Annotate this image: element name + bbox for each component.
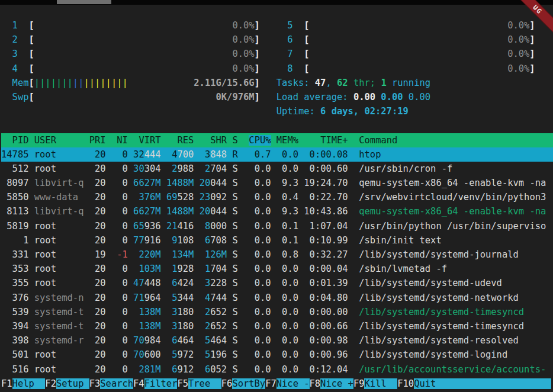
process-row[interactable]: 14785 root 20 0 32444 4700 3848 R 0.7 0.… [1,147,553,162]
cell-user: systemd-r [34,335,84,346]
uptime-label: Uptime: [276,106,320,117]
tasks-thread-count: 62 [337,78,348,88]
meter-open-bracket: [ [28,63,34,74]
cell-cpu-pct: 0.0 [249,192,271,203]
cpu-meter-value: 0.0% [232,20,254,31]
process-row[interactable]: 8113 libvirt-q 20 0 6627M 1488M 20044 S … [1,204,553,219]
cell-mem-pct: 0.1 [276,235,298,246]
cell-time: 0:12.04 [304,364,348,375]
process-row[interactable]: 539 systemd-t 20 0 138M 3180 2652 S 0.0 … [1,305,553,319]
process-row[interactable]: 355 root 20 0 47448 6424 3228 S 0.0 0.0 … [1,276,553,290]
tasks-running-count: 1 [381,78,386,88]
cell-pri: 19 [89,249,106,260]
column-header-user[interactable]: USER [34,135,84,146]
function-key-bar: F1Help F2Setup F3SearchF4FilterF5Tree F6… [1,377,553,391]
cpu-meter-row: 4 [ 0.0%] 8 [ 0.0%] [1,62,553,76]
fkey-tree-button[interactable]: Tree [188,378,221,389]
column-header-shr[interactable]: SHR [200,135,227,146]
cell-pid: 398 [1,335,28,346]
column-header-cpu[interactable]: CPU% [249,135,271,146]
process-row[interactable]: 376 systemd-n 20 0 71964 5344 4744 S 0.0… [1,291,553,305]
fkey-nice-button[interactable]: Nice - [276,378,310,389]
column-header-mem[interactable]: MEM% [276,135,298,146]
cpu-meter-row: 1 [ 0.0%] 5 [ 0.0%] [1,18,553,33]
cpu-meter-row: 2 [ 0.0%] 6 [ 0.0%] [1,33,553,47]
column-header-virt[interactable]: VIRT [133,135,160,146]
cell-time: 0:22.70 [304,192,348,203]
meter-open-bracket: [ [304,34,309,45]
cell-pid: 1 [1,235,28,246]
cell-state: S [232,192,237,203]
cell-pri: 20 [89,321,106,332]
swap-meter-value: 0K/976M [216,92,255,102]
fkey-help-button[interactable]: Help [12,378,46,389]
fkey-quit-button[interactable]: Quit [414,378,551,389]
fkey-kill-button[interactable]: Kill [364,378,397,389]
cell-command: /lib/systemd/systemd-timesyncd [359,307,524,317]
process-row[interactable]: 5819 root 20 0 65936 21416 8000 S 0.0 0.… [1,219,553,233]
tasks-running-label: running [387,78,430,88]
mem-meter-label: Mem [12,78,29,88]
process-row[interactable]: 331 root 19 -1 220M 134M 126M S 0.0 0.8 … [1,248,553,262]
cell-time: 0:32.27 [304,249,348,260]
tasks-label: Tasks: [276,78,315,88]
window-tab[interactable] [57,0,111,4]
fkey-search-button[interactable]: Search [100,378,133,389]
cell-pri: 20 [89,206,106,217]
cell-command: htop [359,149,381,160]
meter-close-bracket: ] [529,63,535,74]
cell-state: S [232,206,237,217]
process-row[interactable]: 512 root 20 0 30304 2988 2704 S 0.0 0.0 … [1,162,553,176]
fkey-filter-button[interactable]: Filter [144,378,178,389]
column-header-pid[interactable]: PID [1,135,28,146]
load-1min: 0.00 [353,92,375,102]
column-header-command[interactable]: Command [359,135,397,146]
process-row[interactable]: 501 root 20 0 70600 5972 5196 S 0.0 0.0 … [1,348,553,362]
process-row[interactable]: 398 systemd-r 20 0 70984 6464 5464 S 0.0… [1,333,553,348]
cell-command: /lib/systemd/systemd-timesyncd [359,321,524,332]
column-header-pri[interactable]: PRI [89,135,106,146]
cell-mem-pct: 0.0 [276,321,298,332]
cpu-meter-value: 0.0% [507,34,529,45]
process-row[interactable]: 353 root 20 0 103M 1928 1704 S 0.0 0.0 0… [1,262,553,276]
cell-mem-pct: 0.1 [276,221,298,232]
meter-close-bracket: ] [255,34,260,45]
cell-ni: 0 [123,335,128,346]
cell-user: systemd-t [34,307,84,317]
cell-ni: -1 [117,249,128,260]
cell-user: www-data [34,192,84,203]
cpu-meter-label: 5 [287,20,292,31]
cell-ni: 0 [123,364,128,375]
column-header-s[interactable]: S [232,135,237,146]
cell-state: S [232,335,237,346]
cell-cpu-pct: 0.0 [249,163,271,174]
column-header-ni[interactable]: NI [111,135,128,146]
cpu-meter-row: 3 [ 0.0%] 7 [ 0.0%] [1,47,553,61]
cell-ni: 0 [123,206,128,217]
cell-pid: 512 [1,163,28,174]
column-header-res[interactable]: RES [166,135,194,146]
process-row[interactable]: 516 root 20 0 281M 6912 6052 S 0.0 0.0 0… [1,362,553,377]
fkey-sortby-button[interactable]: SortBy [232,378,265,389]
fkey-setup-button[interactable]: Setup [56,378,89,389]
cell-state: S [232,178,237,188]
cell-mem-pct: 0.0 [276,307,298,317]
cell-time: 19:24.70 [304,178,348,188]
cell-mem-pct: 0.8 [276,249,298,260]
process-row[interactable]: 8097 libvirt-q 20 0 6627M 1488M 20044 S … [1,176,553,190]
fkey-nice-button[interactable]: Nice + [320,378,353,389]
cell-pri: 20 [89,335,106,346]
process-row[interactable]: 5850 www-data 20 0 376M 69528 23092 S 0.… [1,190,553,204]
cpu-meter-label: 1 [12,20,18,31]
uptime-row: Uptime: 6 days, 02:27:19 [1,104,553,118]
cell-ni: 0 [123,293,128,303]
cell-time: 0:00.60 [304,163,348,174]
process-row[interactable]: 1 root 20 0 77916 9108 6708 S 0.0 0.1 0:… [1,233,553,248]
cell-ni: 0 [123,235,128,246]
cell-pid: 331 [1,249,28,260]
screen: 1 [ 0.0%] 5 [ 0.0%] 2 [ 0.0%] 6 [ 0.0%] … [0,0,553,392]
process-table-header: PID USER PRI NI VIRT RES SHR S CPU% MEM%… [1,133,553,147]
cell-pri: 20 [89,364,106,375]
column-header-time[interactable]: TIME+ [304,135,348,146]
process-row[interactable]: 394 systemd-t 20 0 138M 3180 2652 S 0.0 … [1,319,553,333]
